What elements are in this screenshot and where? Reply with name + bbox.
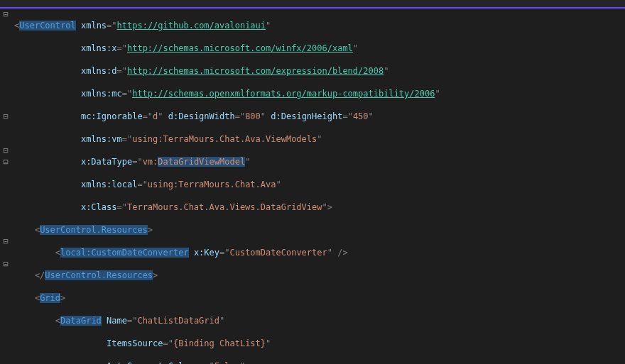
fold-toggle[interactable]: ⊟ — [0, 236, 11, 247]
code-line: x:DataType="vm:DataGridViewModel" — [14, 156, 622, 167]
fold-gutter: ⊟ ⊟ ⊟ ⊟ ⊟ ⊟ — [0, 9, 11, 364]
code-line: xmlns:vm="using:TerraMours.Chat.Ava.View… — [14, 133, 622, 145]
code-line: AutoGenerateColumns="False" — [14, 360, 622, 364]
fold-toggle[interactable]: ⊟ — [0, 145, 11, 156]
fold-toggle[interactable]: ⊟ — [0, 258, 11, 270]
code-line: <local:CustomDateConverter x:Key="Custom… — [14, 247, 622, 258]
fold-toggle[interactable]: ⊟ — [0, 111, 11, 122]
code-line: xmlns:d="http://schemas.microsoft.com/ex… — [14, 65, 622, 77]
code-line: xmlns:local="using:TerraMours.Chat.Ava" — [14, 179, 622, 190]
fold-toggle[interactable]: ⊟ — [0, 156, 11, 167]
code-area[interactable]: <UserControl xmlns="https://github.com/a… — [11, 9, 625, 364]
code-line: mc:Ignorable="d" d:DesignWidth="800" d:D… — [14, 111, 622, 122]
tab-bar[interactable] — [0, 0, 625, 9]
code-line: xmlns:mc="http://schemas.openxmlformats.… — [14, 88, 622, 99]
code-line: xmlns:x="http://schemas.microsoft.com/wi… — [14, 43, 622, 54]
fold-toggle[interactable]: ⊟ — [0, 9, 11, 20]
code-line: </UserControl.Resources> — [14, 270, 622, 281]
editor: ⊟ ⊟ ⊟ ⊟ ⊟ ⊟ <UserControl xmlns="https://… — [0, 9, 625, 364]
code-line: <UserControl xmlns="https://github.com/a… — [14, 20, 622, 31]
code-line: <Grid> — [14, 292, 622, 304]
code-line: <DataGrid Name="ChatListDataGrid" — [14, 315, 622, 326]
code-line: x:Class="TerraMours.Chat.Ava.Views.DataG… — [14, 202, 622, 213]
code-line: <UserControl.Resources> — [14, 224, 622, 236]
code-line: ItemsSource="{Binding ChatList}" — [14, 338, 622, 349]
